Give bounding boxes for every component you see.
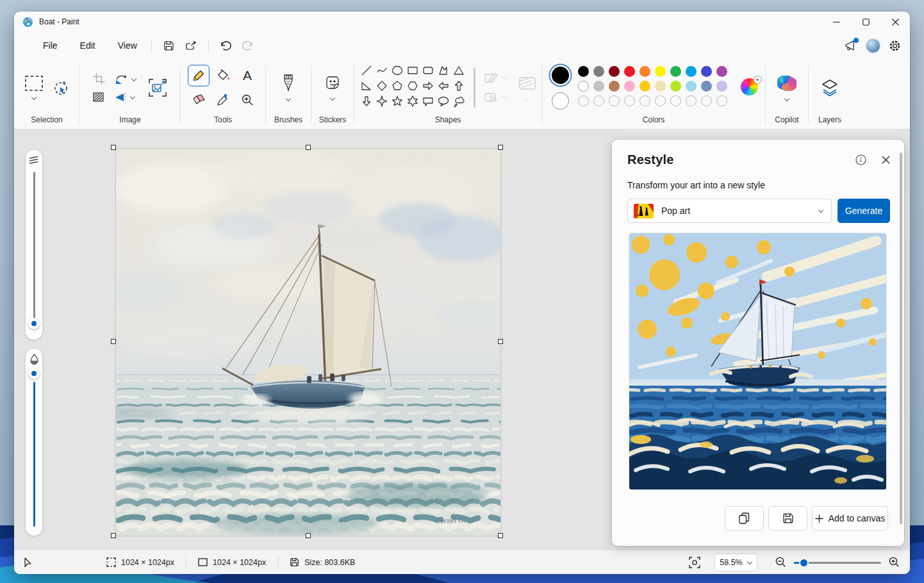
shape-star-six-icon[interactable] [406, 94, 420, 109]
palette-color-ffaec9[interactable] [624, 81, 635, 92]
resize-image-button[interactable] [148, 78, 167, 97]
redo-button[interactable] [237, 36, 259, 55]
shape-diamond-icon[interactable] [375, 78, 389, 94]
palette-color-3f48cc[interactable] [701, 66, 712, 77]
text-tool-button[interactable]: A [236, 65, 258, 86]
edit-colors-button[interactable]: + [741, 78, 760, 97]
crop-button[interactable] [93, 73, 105, 85]
selection-handle-sw[interactable] [111, 533, 116, 538]
secondary-color-swatch[interactable] [552, 92, 569, 110]
palette-color-c3c3c3[interactable] [593, 81, 604, 92]
palette-empty-slot[interactable] [686, 95, 697, 106]
add-to-canvas-button[interactable]: Add to canvas [812, 506, 888, 530]
minimize-button[interactable] [821, 12, 851, 32]
drawing-canvas[interactable]: Cornel G. [116, 149, 500, 536]
share-button[interactable] [180, 36, 202, 55]
palette-color-7f7f7f[interactable] [593, 66, 604, 77]
shape-pentagon-icon[interactable] [390, 78, 404, 94]
shape-callout-cloud-icon[interactable] [452, 94, 466, 109]
shape-arrow-right-icon[interactable] [421, 78, 435, 94]
primary-color-swatch[interactable] [552, 67, 569, 84]
restyle-close-icon[interactable] [882, 156, 890, 164]
info-icon[interactable] [855, 154, 866, 165]
save-result-button[interactable] [768, 506, 807, 530]
palette-color-b5e61d[interactable] [670, 81, 681, 92]
shape-star-five-icon[interactable] [390, 94, 404, 109]
menu-file[interactable]: File [35, 37, 65, 54]
copilot-button[interactable] [777, 60, 796, 115]
shape-arrow-up-icon[interactable] [452, 78, 466, 94]
restyle-scrollbar[interactable] [900, 152, 902, 524]
zoom-level-dropdown[interactable]: 58.5% [714, 554, 757, 571]
palette-color-ffc90e[interactable] [639, 81, 650, 92]
shape-callout-rounded-icon[interactable] [421, 94, 435, 109]
shapes-scrollbar[interactable] [474, 68, 475, 108]
shape-rounded-rectangle-icon[interactable] [421, 63, 435, 78]
selection-handle-e[interactable] [498, 339, 503, 344]
palette-color-22b14c[interactable] [670, 66, 681, 77]
shape-callout-oval-icon[interactable] [436, 94, 450, 109]
rotate-dropdown-chevron[interactable] [131, 77, 136, 82]
selection-handle-s[interactable] [306, 533, 311, 538]
stickers-dropdown-chevron[interactable] [330, 96, 335, 101]
palette-color-7092be[interactable] [701, 81, 712, 92]
palette-empty-slot[interactable] [701, 95, 712, 106]
selection-tool-button[interactable] [24, 75, 44, 101]
account-avatar[interactable] [866, 39, 880, 53]
ai-select-button[interactable] [53, 79, 69, 96]
opacity-slider[interactable] [26, 349, 42, 536]
brushes-button[interactable] [281, 60, 295, 115]
palette-color-efe4b0[interactable] [655, 81, 666, 92]
shape-rectangle-icon[interactable] [406, 63, 420, 78]
maximize-button[interactable] [851, 12, 880, 32]
thickness-slider[interactable] [26, 150, 42, 340]
palette-color-c8bfe7[interactable] [716, 81, 727, 92]
copilot-dropdown-chevron[interactable] [784, 97, 789, 102]
brushes-dropdown-chevron[interactable] [286, 97, 291, 102]
thickness-slider-thumb[interactable] [28, 318, 40, 329]
selection-handle-w[interactable] [111, 339, 116, 344]
shape-fill-button[interactable] [484, 91, 507, 104]
palette-empty-slot[interactable] [716, 95, 727, 106]
close-button[interactable] [880, 12, 910, 32]
layers-button[interactable] [820, 60, 839, 115]
zoom-slider-thumb[interactable] [799, 558, 809, 568]
generate-button[interactable]: Generate [837, 199, 890, 223]
feedback-button[interactable] [845, 40, 857, 51]
menu-edit[interactable]: Edit [72, 37, 103, 54]
selection-dropdown-chevron[interactable] [31, 95, 37, 101]
stickers-button[interactable] [324, 60, 341, 115]
shape-triangle-icon[interactable] [452, 63, 466, 78]
rotate-button[interactable] [114, 74, 136, 85]
zoom-in-button[interactable] [889, 557, 900, 568]
palette-empty-slot[interactable] [670, 95, 681, 106]
palette-empty-slot[interactable] [624, 95, 635, 106]
shape-cloud-icon[interactable] [359, 109, 374, 113]
palette-color-99d9ea[interactable] [686, 81, 697, 92]
palette-empty-slot[interactable] [655, 95, 666, 106]
palette-empty-slot[interactable] [639, 95, 650, 106]
shape-hexagon-icon[interactable] [406, 78, 420, 94]
shape-arrow-left-icon[interactable] [436, 78, 450, 94]
undo-button[interactable] [215, 36, 237, 55]
fill-tool-button[interactable] [212, 65, 234, 86]
shape-outline-button[interactable] [484, 72, 507, 85]
save-button[interactable] [158, 36, 180, 55]
flip-button[interactable] [114, 92, 136, 103]
shape-right-triangle-icon[interactable] [359, 78, 374, 94]
flip-dropdown-chevron[interactable] [130, 95, 135, 100]
palette-color-b97a57[interactable] [609, 81, 620, 92]
opacity-slider-thumb[interactable] [28, 368, 40, 379]
shape-star-four-icon[interactable] [375, 94, 389, 109]
palette-color-fff200[interactable] [655, 66, 666, 77]
remove-background-button[interactable] [93, 92, 105, 103]
shape-line-icon[interactable] [359, 63, 374, 78]
color-picker-tool-button[interactable] [212, 89, 234, 111]
palette-color-ed1c24[interactable] [624, 66, 635, 77]
shape-arrow-down-icon[interactable] [359, 94, 374, 109]
eraser-tool-button[interactable] [188, 89, 210, 111]
selection-handle-ne[interactable] [498, 145, 503, 150]
style-dropdown[interactable]: Pop art [627, 199, 832, 223]
palette-empty-slot[interactable] [593, 95, 604, 106]
palette-color-880015[interactable] [609, 66, 620, 77]
